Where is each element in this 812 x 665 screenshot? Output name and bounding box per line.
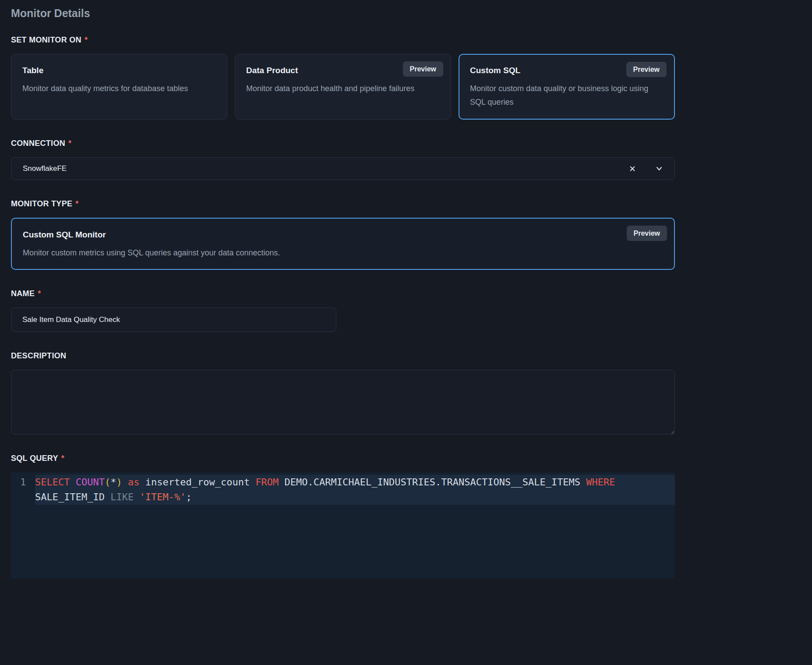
connection-label-text: CONNECTION [11, 139, 65, 148]
line-number: 1 [11, 475, 35, 579]
description-label: DESCRIPTION [11, 351, 675, 361]
set-monitor-on-label-text: SET MONITOR ON [11, 35, 81, 44]
description-section: DESCRIPTION [11, 351, 675, 435]
option-card-table[interactable]: Table Monitor data quality metrics for d… [11, 54, 227, 120]
option-card-description: Monitor custom data quality or business … [470, 82, 664, 109]
option-card-description: Monitor data quality metrics for databas… [22, 82, 216, 96]
connection-label: CONNECTION* [11, 139, 675, 148]
monitor-target-options: Table Monitor data quality metrics for d… [11, 54, 675, 120]
monitor-type-card[interactable]: Preview Custom SQL Monitor Monitor custo… [11, 218, 675, 270]
option-card-custom-sql[interactable]: Preview Custom SQL Monitor custom data q… [459, 54, 675, 120]
page-title: Monitor Details [11, 7, 675, 20]
preview-badge: Preview [626, 62, 667, 77]
connection-value: SnowflakeFE [23, 164, 629, 173]
set-monitor-on-label: SET MONITOR ON* [11, 35, 675, 45]
monitor-type-label: MONITOR TYPE* [11, 199, 675, 209]
monitor-type-section: MONITOR TYPE* Preview Custom SQL Monitor… [11, 199, 675, 270]
monitor-details-form: Monitor Details SET MONITOR ON* Table Mo… [0, 0, 675, 579]
required-asterisk: * [68, 139, 71, 148]
description-textarea[interactable] [11, 370, 675, 435]
option-card-description: Monitor data product health and pipeline… [246, 82, 440, 96]
name-input[interactable] [11, 308, 336, 332]
connection-section: CONNECTION* SnowflakeFE ✕ [11, 139, 675, 180]
sql-code-line: SELECT COUNT(*) as inserted_row_count FR… [35, 475, 675, 505]
name-section: NAME* [11, 289, 675, 332]
option-card-data-product[interactable]: Preview Data Product Monitor data produc… [235, 54, 451, 120]
clear-icon[interactable]: ✕ [629, 165, 636, 173]
required-asterisk: * [75, 199, 78, 208]
description-label-text: DESCRIPTION [11, 351, 66, 360]
required-asterisk: * [61, 454, 64, 463]
sql-query-section: SQL QUERY* 1 SELECT COUNT(*) as inserted… [11, 454, 675, 579]
monitor-type-label-text: MONITOR TYPE [11, 199, 72, 208]
monitor-type-description: Monitor custom metrics using SQL queries… [23, 246, 663, 260]
required-asterisk: * [85, 35, 88, 44]
sql-editor[interactable]: 1 SELECT COUNT(*) as inserted_row_count … [11, 472, 675, 579]
sql-code-area[interactable]: SELECT COUNT(*) as inserted_row_count FR… [35, 475, 675, 579]
connection-select[interactable]: SnowflakeFE ✕ [11, 157, 675, 180]
sql-query-label: SQL QUERY* [11, 454, 675, 463]
chevron-down-icon[interactable] [654, 164, 664, 173]
preview-badge: Preview [403, 61, 443, 77]
required-asterisk: * [38, 289, 41, 298]
option-card-title: Table [22, 66, 216, 75]
sql-query-label-text: SQL QUERY [11, 454, 58, 463]
monitor-type-title: Custom SQL Monitor [23, 230, 663, 240]
preview-badge: Preview [627, 226, 667, 241]
name-label: NAME* [11, 289, 675, 298]
set-monitor-on-section: SET MONITOR ON* Table Monitor data quali… [11, 35, 675, 120]
name-label-text: NAME [11, 289, 35, 298]
